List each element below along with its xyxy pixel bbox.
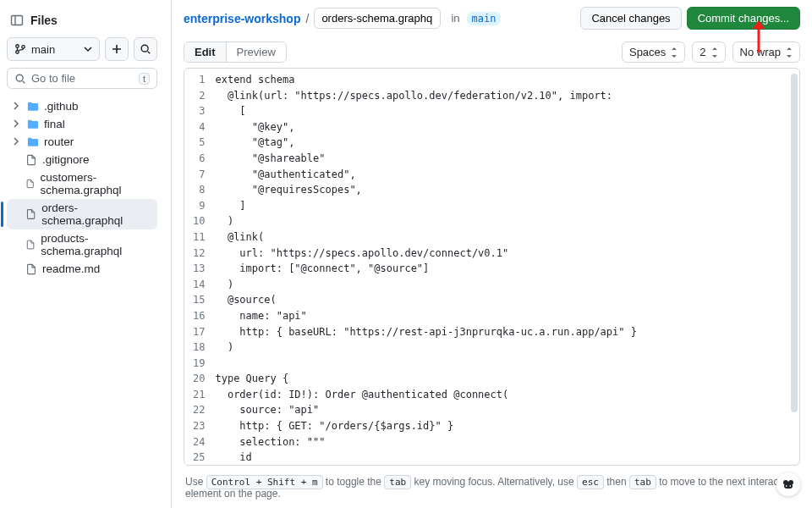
filename-input[interactable] xyxy=(314,8,441,29)
caret-down-icon xyxy=(84,45,92,53)
tree-folder[interactable]: final xyxy=(7,115,157,133)
file-icon xyxy=(25,263,37,275)
editor: 1 2 3 4 5 6 7 8 9 10 11 12 13 14 15 16 1… xyxy=(184,68,800,466)
file-filter-input[interactable]: Go to file t xyxy=(7,68,157,89)
keyboard-hint: Use Control + Shift + m to toggle the ta… xyxy=(172,471,812,508)
branch-name: main xyxy=(31,43,55,56)
topbar: enterprise-workshop / in main Cancel cha… xyxy=(172,0,812,36)
chevron-right-icon xyxy=(12,102,20,110)
indent-size-select[interactable]: 2 xyxy=(692,41,725,63)
cancel-button[interactable]: Cancel changes xyxy=(580,7,681,30)
main-area: enterprise-workshop / in main Cancel cha… xyxy=(172,0,812,508)
repo-link[interactable]: enterprise-workshop xyxy=(184,12,300,25)
sidebar-header: Files xyxy=(7,7,157,37)
in-label: in xyxy=(451,12,459,25)
file-icon xyxy=(25,239,36,251)
sidebar-title: Files xyxy=(30,14,58,27)
commit-button[interactable]: Commit changes... xyxy=(687,7,800,30)
updown-icon xyxy=(786,47,793,58)
scrollbar-thumb[interactable] xyxy=(791,74,798,412)
tree-file[interactable]: products-schema.graphql xyxy=(7,229,157,260)
tab-edit[interactable]: Edit xyxy=(184,42,226,62)
file-tree: .githubfinalrouter.gitignorecustomers-sc… xyxy=(7,97,157,278)
tree-file[interactable]: .gitignore xyxy=(7,151,157,168)
svg-point-5 xyxy=(141,45,148,52)
filter-placeholder: Go to file xyxy=(31,72,75,85)
updown-icon xyxy=(671,47,678,58)
svg-point-4 xyxy=(22,46,25,49)
svg-point-2 xyxy=(16,45,19,48)
tab-preview[interactable]: Preview xyxy=(226,42,286,62)
editor-scroll[interactable]: 1 2 3 4 5 6 7 8 9 10 11 12 13 14 15 16 1… xyxy=(184,69,799,465)
indent-mode-select[interactable]: Spaces xyxy=(622,41,685,63)
tree-file[interactable]: readme.md xyxy=(7,260,157,278)
chevron-right-icon xyxy=(12,137,20,146)
file-icon xyxy=(25,178,35,190)
folder-icon xyxy=(27,101,39,113)
search-icon xyxy=(14,73,26,85)
svg-rect-0 xyxy=(12,16,23,25)
tree-file[interactable]: customers-schema.graphql xyxy=(7,168,157,199)
code-area[interactable]: extend schema @link(url: "https://specs.… xyxy=(215,69,799,465)
edit-preview-toggle: Edit Preview xyxy=(184,41,287,63)
add-file-button[interactable] xyxy=(105,37,129,61)
search-icon xyxy=(140,43,151,55)
plus-icon xyxy=(111,43,123,55)
tree-folder[interactable]: .github xyxy=(7,97,157,115)
file-icon xyxy=(25,154,37,166)
file-icon xyxy=(25,208,36,220)
sidebar-collapse-icon[interactable] xyxy=(10,14,24,27)
files-sidebar: Files main Go to file t .githubfinalrout… xyxy=(0,0,172,508)
svg-point-3 xyxy=(16,51,19,54)
updown-icon xyxy=(711,47,718,58)
line-gutter: 1 2 3 4 5 6 7 8 9 10 11 12 13 14 15 16 1… xyxy=(184,69,215,465)
copilot-button[interactable] xyxy=(776,472,800,496)
branch-icon xyxy=(14,43,26,55)
svg-point-6 xyxy=(16,75,23,81)
copilot-icon xyxy=(782,478,795,491)
filter-hotkey: t xyxy=(139,73,150,85)
wrap-select[interactable]: No wrap xyxy=(732,41,800,63)
folder-icon xyxy=(27,136,39,148)
tree-file[interactable]: orders-schema.graphql xyxy=(7,199,157,229)
editor-toolbar: Edit Preview Spaces 2 No wrap xyxy=(172,36,812,68)
branch-selector[interactable]: main xyxy=(7,37,100,61)
chevron-right-icon xyxy=(12,119,20,128)
branch-tag[interactable]: main xyxy=(467,12,502,25)
tree-folder[interactable]: router xyxy=(7,133,157,151)
folder-icon xyxy=(27,119,39,130)
search-button[interactable] xyxy=(134,37,157,61)
